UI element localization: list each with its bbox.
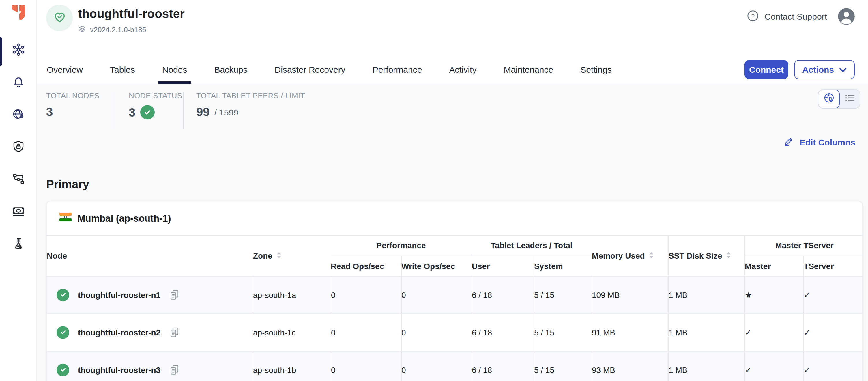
zone-cell: ap-south-1b <box>253 351 331 381</box>
node-name-link[interactable]: thoughtful-rooster-n3 <box>78 365 160 375</box>
layers-icon <box>78 25 87 35</box>
contact-support-link[interactable]: ? Contact Support <box>746 9 827 24</box>
clusters-icon <box>11 42 26 59</box>
col-group-performance: Performance <box>331 236 471 256</box>
tab-disaster-recovery[interactable]: Disaster Recovery <box>275 55 345 84</box>
sidebar-item-labs[interactable] <box>5 232 31 258</box>
region-name: Mumbai (ap-south-1) <box>78 213 171 224</box>
write-ops-cell: 0 <box>401 351 471 381</box>
memory-used-cell: 93 MB <box>592 351 668 381</box>
stats-row: TOTAL NODES 3 NODE STATUS 3 TOTAL TABLET <box>46 91 868 129</box>
sst-disk-cell: 1 MB <box>668 276 744 314</box>
chevron-down-icon <box>839 65 847 75</box>
read-ops-cell: 0 <box>331 276 401 314</box>
view-toggle <box>818 89 861 109</box>
tab-backups[interactable]: Backups <box>214 55 247 84</box>
top-bar: thoughtful-rooster v2024.2.1.0-b185 <box>37 0 868 55</box>
tab-overview[interactable]: Overview <box>47 55 83 84</box>
page-title: thoughtful-rooster <box>78 7 185 21</box>
stat-tablet-peers-label: TOTAL TABLET PEERS / LIMIT <box>196 91 305 100</box>
tserver-check-icon: ✓ <box>803 351 863 381</box>
node-healthy-icon <box>57 364 69 376</box>
read-ops-cell: 0 <box>331 314 401 351</box>
user-tablets-cell: 6 / 18 <box>471 314 534 351</box>
col-header-read-ops: Read Ops/sec <box>331 256 401 276</box>
col-header-sst-disk-size[interactable]: SST Disk Size <box>668 236 744 276</box>
globe-icon <box>823 92 835 106</box>
col-group-master-tserver: Master TServer <box>744 236 863 256</box>
actions-button[interactable]: Actions <box>794 60 855 79</box>
map-view-button[interactable] <box>818 89 840 109</box>
col-header-memory-used[interactable]: Memory Used <box>592 236 668 276</box>
sidebar-item-clusters[interactable] <box>5 38 31 63</box>
app-window: thoughtful-rooster v2024.2.1.0-b185 <box>0 0 868 381</box>
stat-node-status: NODE STATUS 3 <box>114 91 183 129</box>
sort-icon <box>649 251 654 260</box>
stat-tablet-peers-value: 99 <box>196 105 210 119</box>
tab-tables[interactable]: Tables <box>110 55 135 84</box>
tab-settings[interactable]: Settings <box>580 55 612 84</box>
memory-used-cell: 109 MB <box>592 276 668 314</box>
stat-total-nodes-value: 3 <box>46 105 53 119</box>
sst-disk-cell: 1 MB <box>668 314 744 351</box>
tab-nodes[interactable]: Nodes <box>162 55 187 84</box>
question-circle-icon: ? <box>746 9 759 24</box>
col-header-system: System <box>534 256 592 276</box>
nodes-content: TOTAL NODES 3 NODE STATUS 3 TOTAL TABLET <box>37 84 868 381</box>
node-healthy-icon <box>57 288 69 301</box>
icon-sidebar <box>0 0 37 381</box>
yugabyte-logo[interactable] <box>10 5 26 22</box>
tab-performance[interactable]: Performance <box>373 55 422 84</box>
sort-icon <box>276 251 282 260</box>
universe-health-badge <box>46 5 73 31</box>
zone-cell: ap-south-1c <box>253 314 331 351</box>
svg-text:?: ? <box>751 12 754 19</box>
connect-button[interactable]: Connect <box>744 60 788 79</box>
read-ops-cell: 0 <box>331 351 401 381</box>
memory-used-cell: 91 MB <box>592 314 668 351</box>
sst-disk-cell: 1 MB <box>668 351 744 381</box>
tab-activity[interactable]: Activity <box>449 55 476 84</box>
sidebar-item-alerts[interactable] <box>5 70 31 96</box>
flask-icon <box>11 236 26 254</box>
copy-icon[interactable] <box>169 326 180 338</box>
sort-icon <box>726 251 731 260</box>
sidebar-item-security[interactable] <box>5 135 31 160</box>
contact-support-label: Contact Support <box>765 11 827 21</box>
stat-total-nodes-label: TOTAL NODES <box>46 91 114 100</box>
zone-cell: ap-south-1a <box>253 276 331 314</box>
user-avatar[interactable] <box>838 8 855 25</box>
edit-columns-link[interactable]: Edit Columns <box>784 136 855 148</box>
sidebar-item-cloud-config[interactable] <box>5 103 31 128</box>
user-tablets-cell: 6 / 18 <box>471 351 534 381</box>
user-tablets-cell: 6 / 18 <box>471 276 534 314</box>
master-check-icon: ✓ <box>744 351 803 381</box>
col-header-write-ops: Write Ops/sec <box>401 256 471 276</box>
sidebar-item-billing[interactable] <box>5 200 31 225</box>
edit-columns-label: Edit Columns <box>800 137 855 147</box>
stat-node-status-label: NODE STATUS <box>129 91 183 100</box>
master-leader-star-icon: ★ <box>744 276 803 314</box>
stat-tablet-peers: TOTAL TABLET PEERS / LIMIT 99 / 1599 <box>184 91 305 129</box>
sidebar-item-integrations[interactable] <box>5 168 31 193</box>
integrations-icon <box>11 171 26 189</box>
master-check-icon: ✓ <box>744 314 803 351</box>
copy-icon[interactable] <box>169 364 180 376</box>
heart-check-icon <box>52 9 67 27</box>
node-name-link[interactable]: thoughtful-rooster-n1 <box>78 290 160 299</box>
list-view-button[interactable] <box>839 90 860 108</box>
col-header-node: Node <box>47 236 253 276</box>
stat-tablet-peers-limit: / 1599 <box>214 107 238 117</box>
col-header-zone[interactable]: Zone <box>253 236 331 276</box>
version-label: v2024.2.1.0-b185 <box>90 26 146 34</box>
copy-icon[interactable] <box>169 289 180 300</box>
system-tablets-cell: 5 / 15 <box>534 351 592 381</box>
node-name-link[interactable]: thoughtful-rooster-n2 <box>78 328 160 337</box>
tab-maintenance[interactable]: Maintenance <box>503 55 553 84</box>
list-icon <box>843 92 856 106</box>
system-tablets-cell: 5 / 15 <box>534 276 592 314</box>
table-row: thoughtful-rooster-n3 <box>47 351 863 381</box>
billing-icon <box>11 204 26 221</box>
active-nav-indicator <box>0 37 2 66</box>
table-row: thoughtful-rooster-n1 <box>47 276 863 314</box>
